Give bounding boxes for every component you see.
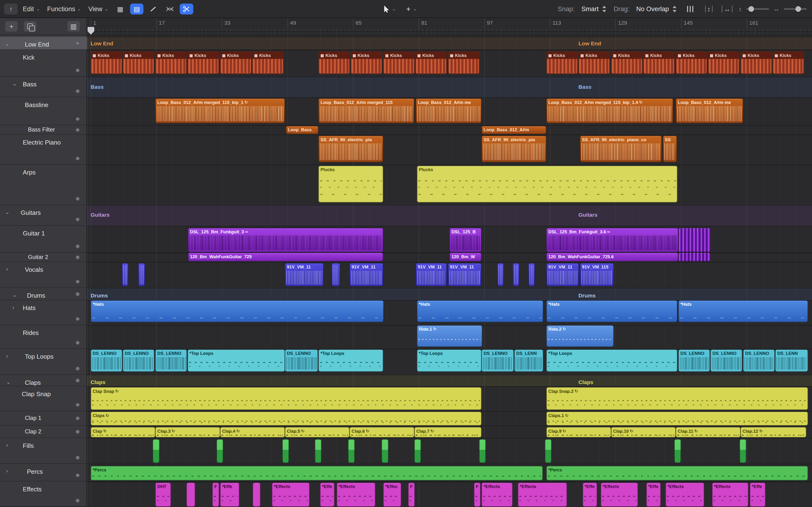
track-state-dot[interactable] — [75, 217, 79, 221]
ruler-tick[interactable]: 161 — [747, 18, 747, 29]
section-label[interactable]: Bass — [91, 84, 104, 90]
region[interactable] — [331, 263, 340, 286]
region-hats[interactable]: *Hats — [678, 300, 808, 322]
slider-knob[interactable] — [795, 6, 801, 12]
track-state-dot[interactable] — [75, 430, 79, 434]
region-effects[interactable]: *Effects — [665, 483, 704, 507]
horizontal-zoom-slider[interactable] — [784, 8, 807, 10]
section-label[interactable]: Guitars — [91, 212, 110, 218]
chevron-down-icon[interactable]: ⌄ — [12, 292, 17, 298]
chevron-right-icon[interactable]: › — [12, 305, 14, 310]
track-header-guitars[interactable]: ⌄Guitars — [0, 205, 87, 226]
section-label[interactable]: Drums — [578, 292, 596, 299]
track-state-dot[interactable] — [75, 317, 79, 321]
track-header-claps[interactable]: ⌄Claps — [0, 375, 87, 386]
region-dsl-125-bm-funkguit-3[interactable]: DSL_125_Bm_Funkguit_3∞ — [188, 228, 383, 252]
region-kicks[interactable]: ▦Kicks — [448, 51, 480, 74]
region-loop-bass-012-a-m-merged-115-bip-1[interactable]: Loop_Bass_012_A#m merged_115_bip_1↻ — [155, 98, 285, 123]
chevron-right-icon[interactable]: › — [6, 267, 8, 272]
vertical-auto-zoom-button[interactable]: ↕ — [702, 4, 716, 14]
ruler-tick[interactable]: 33 — [222, 18, 222, 29]
track-state-dot[interactable] — [75, 473, 79, 477]
section-label[interactable]: Guitars — [578, 212, 597, 218]
drag-dropdown[interactable]: No Overlap — [634, 3, 679, 15]
region-effects[interactable]: *Effects — [601, 483, 638, 507]
region-claps-1[interactable]: Claps.1↻ — [546, 411, 808, 426]
region-kicks[interactable]: ▦Kicks — [611, 51, 643, 74]
track-header-drums[interactable]: ⌄Drums — [0, 288, 87, 300]
region-hats[interactable]: *Hats — [546, 300, 678, 322]
region-hats[interactable]: *Hats — [417, 300, 543, 322]
region[interactable] — [382, 439, 388, 463]
region[interactable] — [217, 439, 223, 463]
region-top-loops[interactable]: *Top Loops — [417, 349, 482, 372]
region-ds-lenn[interactable]: DS_LENN — [514, 349, 543, 372]
track-state-dot[interactable] — [75, 89, 79, 93]
region-effects[interactable]: *Effects — [482, 483, 512, 507]
region-top-loops[interactable]: *Top Loops — [318, 349, 383, 372]
region[interactable] — [122, 263, 128, 286]
ruler-tick[interactable]: 97 — [484, 18, 485, 29]
pointer-tool-selector[interactable]: ⌄ — [381, 3, 398, 15]
region[interactable] — [528, 263, 535, 286]
chevron-right-icon[interactable]: › — [6, 354, 8, 359]
track-state-dot[interactable] — [75, 292, 79, 296]
region-ds-lenno[interactable]: DS_LENNO — [91, 349, 122, 372]
region-hats[interactable]: *Hats — [91, 300, 384, 322]
region-kicks[interactable]: ▦Kicks — [676, 51, 707, 74]
pencil-tool-button[interactable] — [147, 4, 160, 14]
region-kicks[interactable]: ▦Kicks — [415, 51, 447, 74]
ruler-tick[interactable]: 129 — [615, 18, 616, 29]
region-kicks[interactable]: ▦Kicks — [578, 51, 610, 74]
region-f[interactable]: F — [474, 483, 481, 507]
ruler-tick[interactable]: 17 — [156, 18, 157, 29]
region-clap-4[interactable]: Clap.4↻ — [220, 427, 285, 438]
track-header-bass[interactable]: ⌄Bass — [0, 77, 87, 97]
region-effects[interactable]: *Effects — [272, 483, 310, 507]
region-dht[interactable]: DHT — [155, 483, 171, 507]
track-state-dot[interactable] — [75, 455, 79, 459]
region-effe[interactable]: *Effe — [646, 483, 661, 507]
track-state-dot[interactable] — [75, 341, 79, 345]
track-state-dot[interactable] — [75, 280, 79, 284]
section-label[interactable]: Drums — [91, 292, 108, 299]
region-effects[interactable]: *Effects — [518, 483, 567, 507]
region[interactable] — [740, 439, 746, 463]
region[interactable] — [678, 228, 710, 252]
region-kicks[interactable]: ▦Kicks — [252, 51, 284, 74]
section-label[interactable]: Claps — [578, 379, 593, 386]
region[interactable] — [479, 439, 486, 463]
track-state-dot[interactable] — [75, 68, 79, 72]
region[interactable] — [138, 263, 145, 286]
region-effects[interactable]: *Effects — [337, 483, 376, 507]
region[interactable] — [414, 439, 421, 463]
track-header-top-loops[interactable]: ›Top Loops — [0, 349, 87, 375]
track-header-low-end[interactable]: ⌄Low End — [0, 37, 87, 50]
ruler-tick[interactable]: 145 — [681, 18, 682, 29]
region-kicks[interactable]: ▦Kicks — [220, 51, 252, 74]
hide-toolbar-button[interactable]: ↑ — [4, 4, 17, 14]
track-state-dot[interactable] — [75, 244, 79, 248]
region[interactable] — [512, 263, 519, 286]
track-state-dot[interactable] — [75, 128, 79, 132]
region-clap-9[interactable]: Clap.9↻ — [546, 427, 611, 438]
horizontal-auto-zoom-button[interactable]: ↔ — [720, 4, 734, 14]
region-kicks[interactable]: ▦Kicks — [643, 51, 675, 74]
region-dsl-125-b[interactable]: DSL_125_B — [449, 228, 482, 252]
region-top-loops[interactable]: *Top Loops — [546, 349, 678, 372]
track-header-fills[interactable]: ›Fills — [0, 438, 87, 464]
track-state-dot[interactable] — [75, 41, 79, 45]
chevron-right-icon[interactable]: › — [6, 468, 8, 474]
region-loop-bass[interactable]: Loop_Bass_ — [286, 126, 318, 134]
secondary-tool-selector[interactable]: +⌄ — [403, 3, 420, 15]
region-kicks[interactable]: ▦Kicks — [187, 51, 219, 74]
beat-grid-strip[interactable] — [87, 29, 812, 35]
region-percs[interactable]: *Percs — [91, 466, 543, 481]
track-header-rides[interactable]: Rides — [0, 325, 87, 349]
region[interactable] — [348, 439, 355, 463]
track-state-dot[interactable] — [75, 197, 79, 201]
ruler-tick[interactable]: 113 — [550, 18, 550, 29]
region-effe[interactable]: *Effe — [320, 483, 334, 507]
region-claps[interactable]: Claps↻ — [91, 411, 482, 426]
region-clap-3[interactable]: Clap.3↻ — [155, 427, 220, 438]
